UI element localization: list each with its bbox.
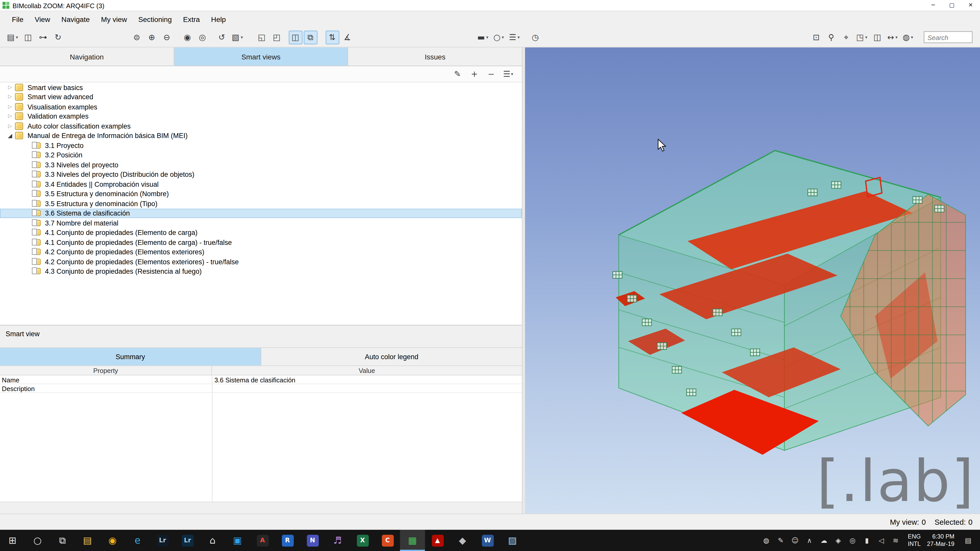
menu-view[interactable]: View <box>29 11 56 27</box>
clock-block[interactable]: ENG INTL 6:30 PM 27-Mar-19 <box>903 533 959 548</box>
taskbar-edge[interactable]: e <box>125 530 150 551</box>
tray-volume[interactable]: ◁ <box>874 530 888 551</box>
taskbar-rstudio[interactable]: R <box>275 530 300 551</box>
property-row-description[interactable]: Description <box>0 384 522 393</box>
zoom-extents-button[interactable]: ⊜ <box>130 30 144 44</box>
measure-angle-button[interactable]: ∡ <box>340 30 354 44</box>
taskbar-start[interactable]: ⊞ <box>0 530 25 551</box>
tab-issues[interactable]: Issues <box>348 48 522 65</box>
taskbar-bimcollab-zoom[interactable]: ▦ <box>400 530 425 551</box>
property-row-name[interactable]: Name3.6 Sistema de clasificación <box>0 375 522 384</box>
menu-help[interactable]: Help <box>205 11 231 27</box>
taskbar-lightroom[interactable]: Lr <box>175 530 200 551</box>
zoom-in-button[interactable]: ⊕ <box>145 30 159 44</box>
tray-hiddens-chevron[interactable]: ∧ <box>802 530 816 551</box>
tab-auto-color-legend[interactable]: Auto color legend <box>261 348 522 365</box>
tab-navigation[interactable]: Navigation <box>0 48 174 65</box>
add-smart-view-button[interactable]: + <box>468 68 480 80</box>
clash-history-button[interactable]: ◷ <box>528 30 542 44</box>
tray-location[interactable]: ◎ <box>845 530 859 551</box>
tree-item-4-2-conjunto-de-propiedades-elementos-ex[interactable]: 4.2 Conjunto de propiedades (Elementos e… <box>0 257 522 267</box>
section-box-button[interactable]: ▧▾ <box>230 30 245 44</box>
fit-view-button[interactable]: ⊡ <box>809 30 823 44</box>
dual-view-button[interactable]: ⧉ <box>304 30 317 44</box>
close-button[interactable]: ✕ <box>961 0 980 11</box>
open-model-button[interactable]: ▤▾ <box>5 30 20 44</box>
tree-item-validation-examples[interactable]: ▷Validation examples <box>0 111 522 121</box>
taskbar-file-explorer[interactable]: ▤ <box>75 530 100 551</box>
taskbar-media-app[interactable]: ♬ <box>325 530 350 551</box>
maximize-button[interactable]: ▢ <box>942 0 961 11</box>
menu-my-view[interactable]: My view <box>95 11 133 27</box>
tree-item-4-1-conjunto-de-propiedades-elemento-de-[interactable]: 4.1 Conjunto de propiedades (Elemento de… <box>0 238 522 247</box>
collapse-arrow-icon[interactable]: ◢ <box>6 133 14 138</box>
undo-button[interactable]: ↺ <box>215 30 229 44</box>
taskbar-acrobat-reader[interactable]: ▲ <box>425 530 450 551</box>
zoom-selection-button[interactable]: ⌖ <box>839 30 853 44</box>
split-view-button[interactable]: ◫ <box>289 30 302 44</box>
clip-plane-button[interactable]: ◱ <box>255 30 269 44</box>
zoom-out-button[interactable]: ⊖ <box>160 30 173 44</box>
link-models-button[interactable]: ⊶ <box>36 30 50 44</box>
expand-arrow-icon[interactable]: ▷ <box>6 114 14 119</box>
taskbar-word[interactable]: W <box>475 530 500 551</box>
tree-item-4-1-conjunto-de-propiedades-elemento-de-[interactable]: 4.1 Conjunto de propiedades (Elemento de… <box>0 228 522 238</box>
measure-area-button[interactable]: ○▾ <box>492 30 506 44</box>
edit-smart-view-button[interactable]: ✎ <box>451 68 464 80</box>
tree-item-4-3-conjunto-de-propiedades-resistencia-[interactable]: 4.3 Conjunto de propiedades (Resistencia… <box>0 266 522 276</box>
minimize-button[interactable]: ─ <box>924 0 942 11</box>
taskbar-notes-app[interactable]: N <box>300 530 325 551</box>
save-viewpoint-button[interactable]: ◫ <box>870 30 884 44</box>
measure-distance-button[interactable]: ▬▾ <box>476 30 490 44</box>
save-button[interactable]: ◫ <box>21 30 35 44</box>
clip-side-button[interactable]: ◰ <box>270 30 283 44</box>
tab-summary[interactable]: Summary <box>0 348 261 365</box>
tree-item-3-2-posici-n[interactable]: 3.2 Posición <box>0 150 522 160</box>
action-center-button[interactable]: ▤ <box>959 530 977 551</box>
visibility-button[interactable]: ◍▾ <box>900 30 915 44</box>
tree-item-3-7-nombre-del-material[interactable]: 3.7 Nombre del material <box>0 218 522 228</box>
look-around-button[interactable]: ◉ <box>180 30 194 44</box>
walk-mode-button[interactable]: ◎ <box>196 30 209 44</box>
viewpoints-button[interactable]: ◳▾ <box>854 30 869 44</box>
viewport-3d[interactable]: [.lab] <box>525 48 980 513</box>
panel-splitter[interactable] <box>522 48 525 513</box>
tree-item-3-3-niveles-del-proyecto[interactable]: 3.3 Niveles del proyecto <box>0 160 522 170</box>
tree-item-visualisation-examples[interactable]: ▷Visualisation examples <box>0 102 522 111</box>
expand-arrow-icon[interactable]: ▷ <box>6 85 14 90</box>
taskbar-task-view[interactable]: ⧉ <box>50 530 75 551</box>
remove-smart-view-button[interactable]: − <box>485 68 497 80</box>
transform-button[interactable]: ↔▾ <box>886 30 900 44</box>
tree-item-3-5-estructura-y-denominaci-n-nombre[interactable]: 3.5 Estructura y denominación (Nombre) <box>0 189 522 199</box>
tree-item-3-6-sistema-de-clasificaci-n[interactable]: 3.6 Sistema de clasificación <box>0 208 522 218</box>
tray-security[interactable]: ◈ <box>831 530 845 551</box>
building-model[interactable] <box>525 48 980 513</box>
tree-item-4-2-conjunto-de-propiedades-elementos-ex[interactable]: 4.2 Conjunto de propiedades (Elementos e… <box>0 247 522 257</box>
smart-views-tree[interactable]: ▷Smart view basics▷Smart view advanced▷V… <box>0 83 522 325</box>
taskbar-microsoft-store[interactable]: ⌂ <box>200 530 225 551</box>
tree-item-smart-view-basics[interactable]: ▷Smart view basics <box>0 83 522 92</box>
taskbar-photos-app[interactable]: ▨ <box>500 530 525 551</box>
menu-file[interactable]: File <box>6 11 29 27</box>
tray-onedrive[interactable]: ☁ <box>817 530 831 551</box>
tree-item-3-5-estructura-y-denominaci-n-tipo[interactable]: 3.5 Estructura y denominación (Tipo) <box>0 199 522 208</box>
refresh-button[interactable]: ↻ <box>51 30 65 44</box>
tree-item-auto-color-classification-examples[interactable]: ▷Auto color classification examples <box>0 121 522 131</box>
expand-arrow-icon[interactable]: ▷ <box>6 104 14 109</box>
taskbar-chrome[interactable]: ◉ <box>100 530 125 551</box>
menu-extra[interactable]: Extra <box>177 11 205 27</box>
tab-smart-views[interactable]: Smart views <box>174 48 348 65</box>
menu-navigate[interactable]: Navigate <box>56 11 95 27</box>
tree-item-3-4-entidades-comprobaci-n-visual[interactable]: 3.4 Entidades || Comprobación visual <box>0 179 522 189</box>
expand-arrow-icon[interactable]: ▷ <box>6 124 14 129</box>
expand-arrow-icon[interactable]: ▷ <box>6 94 14 100</box>
taskbar-messaging[interactable]: ▣ <box>225 530 250 551</box>
taskbar-cortana-search[interactable]: ○ <box>25 530 50 551</box>
smart-view-menu-button[interactable]: ☰▾ <box>502 68 514 80</box>
measure-list-button[interactable]: ☰▾ <box>507 30 522 44</box>
taskbar-game-app[interactable]: ◆ <box>450 530 475 551</box>
tree-item-smart-view-advanced[interactable]: ▷Smart view advanced <box>0 92 522 102</box>
taskbar-excel[interactable]: X <box>350 530 375 551</box>
tray-battery[interactable]: ▮ <box>860 530 874 551</box>
tray-tray-app[interactable]: ◍ <box>759 530 773 551</box>
